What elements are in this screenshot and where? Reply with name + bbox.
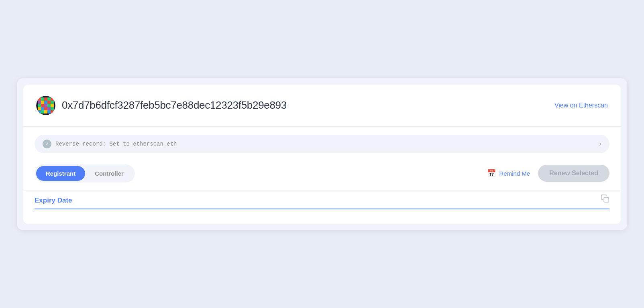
svg-rect-15	[51, 104, 54, 107]
inner-card: 0x7d7b6dfcf3287feb5bc7e88dec12323f5b29e8…	[23, 85, 621, 224]
expiry-date-label: Expiry Date	[35, 197, 72, 205]
svg-rect-25	[51, 110, 54, 113]
controller-tab[interactable]: Controller	[85, 166, 133, 181]
svg-rect-17	[41, 107, 44, 110]
view-etherscan-link[interactable]: View on Etherscan	[554, 102, 608, 109]
svg-rect-9	[47, 101, 51, 104]
svg-rect-20	[51, 107, 54, 110]
svg-rect-8	[44, 101, 47, 104]
expiry-section: Expiry Date	[23, 190, 621, 224]
svg-rect-16	[38, 107, 41, 110]
svg-rect-5	[51, 97, 54, 101]
avatar	[36, 96, 55, 115]
chevron-right-icon: ›	[599, 140, 601, 148]
copy-button[interactable]	[601, 194, 609, 205]
svg-rect-6	[38, 101, 41, 104]
reverse-record-text: Reverse record: Set to etherscan.eth	[55, 141, 177, 147]
header-row: 0x7d7b6dfcf3287feb5bc7e88dec12323f5b29e8…	[23, 85, 621, 127]
calendar-icon: 📅	[487, 169, 496, 178]
svg-rect-21	[38, 110, 41, 113]
svg-rect-27	[604, 197, 609, 202]
tab-group: Registrant Controller	[35, 164, 135, 182]
svg-rect-13	[44, 104, 47, 107]
header-left: 0x7d7b6dfcf3287feb5bc7e88dec12323f5b29e8…	[36, 96, 287, 115]
right-controls: 📅 Remind Me Renew Selected	[487, 165, 609, 182]
svg-rect-14	[47, 104, 51, 107]
svg-rect-7	[41, 101, 44, 104]
reverse-record-left: ✓ Reverse record: Set to etherscan.eth	[43, 140, 177, 148]
expiry-header: Expiry Date	[35, 194, 609, 209]
svg-rect-2	[41, 97, 44, 101]
svg-rect-1	[38, 97, 41, 101]
controls-row: Registrant Controller 📅 Remind Me Renew …	[23, 161, 621, 190]
svg-rect-4	[47, 97, 51, 101]
svg-rect-10	[51, 101, 54, 104]
check-icon: ✓	[43, 140, 51, 148]
remind-me-button[interactable]: 📅 Remind Me	[487, 169, 530, 178]
svg-rect-18	[44, 107, 47, 110]
wallet-address: 0x7d7b6dfcf3287feb5bc7e88dec12323f5b29e8…	[62, 99, 287, 111]
svg-rect-19	[47, 107, 51, 110]
svg-rect-11	[38, 104, 41, 107]
svg-rect-23	[44, 110, 47, 113]
svg-rect-24	[47, 110, 51, 113]
registrant-tab[interactable]: Registrant	[36, 166, 85, 181]
svg-rect-22	[41, 110, 44, 113]
svg-rect-3	[44, 97, 47, 101]
reverse-record-banner[interactable]: ✓ Reverse record: Set to etherscan.eth ›	[35, 135, 609, 153]
renew-selected-button[interactable]: Renew Selected	[538, 165, 609, 182]
outer-card: 0x7d7b6dfcf3287feb5bc7e88dec12323f5b29e8…	[17, 78, 627, 230]
svg-rect-12	[41, 104, 44, 107]
